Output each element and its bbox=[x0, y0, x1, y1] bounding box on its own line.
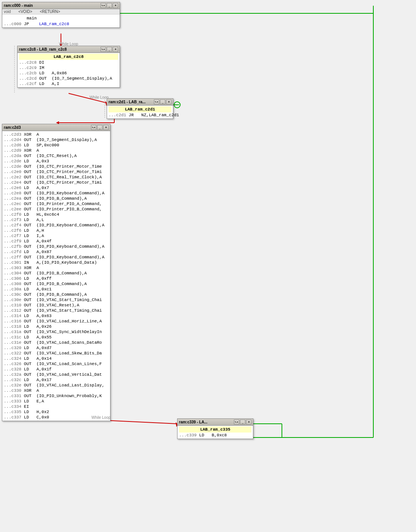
line-c324: ...c324 LD A,0x14 bbox=[4, 356, 109, 361]
line-c318: ...c318 LD A,0x26 bbox=[4, 324, 109, 329]
line-c2d4: ...c2d4 OUT (IO_7_Segment_Display),A bbox=[4, 137, 109, 143]
line-c2cb-ld: ...c2cb LD A,0x86 bbox=[19, 71, 118, 76]
title-c2d1: ram:c2d1 - LAB_ra... bbox=[109, 100, 146, 104]
line-c304: ...c304 OUT (IO_PIO_B_Command),A bbox=[4, 271, 109, 276]
header-return: <RETURN> bbox=[40, 10, 60, 14]
content-c2d1: LAB_ram_c2d1 ...c2d1 JR NZ,LAB_ram_c2d1 bbox=[107, 106, 173, 119]
line-c333: ...c333 LD E,A bbox=[4, 399, 109, 404]
line-c310: ...c310 OUT (IO_VTAC_Reset),A bbox=[4, 303, 109, 308]
min-btn-c2d3[interactable]: _ bbox=[97, 125, 102, 130]
close-btn-c2d1[interactable]: ✕ bbox=[166, 99, 171, 104]
line-c2ee: ...c2ee OUT (IO_Printer_PIO_B_Command, bbox=[4, 207, 109, 212]
title-c2c8: ram:c2c8 - LAB_ram_c2c8 bbox=[19, 47, 67, 51]
line-c306: ...c306 LD A,0xff bbox=[4, 276, 109, 281]
line-c2ea: ...c2ea OUT (IO_PIO_B_Command),A bbox=[4, 196, 109, 201]
line-c2f4: ...c2f4 OUT (IO_PIO_Keyboard_Command),A bbox=[4, 223, 109, 228]
edit-btn-c339[interactable]: ✎▾ bbox=[234, 420, 239, 425]
window-c2d3[interactable]: ram:c2d3 ✎▾ _ ✕ ...c2d3 XOR A ...c2d4 OU… bbox=[2, 124, 110, 421]
line-c32c: ...c32c LD A,0x17 bbox=[4, 377, 109, 383]
controls-main[interactable]: ✎▾ _ ✕ bbox=[101, 3, 118, 8]
line-c2c9-im: ...c2c9 IM bbox=[19, 65, 118, 71]
line-c322: ...c322 OUT (IO_VTAC_Load_Skew_Bits_Da bbox=[4, 351, 109, 356]
line-c30c: ...c30c OUT (IO_PIO_B_Command),A bbox=[4, 292, 109, 297]
line-c2e2: ...c2e2 OUT (IO_CTC_Real_Time_Clock),A bbox=[4, 175, 109, 180]
header-type: <VOID> bbox=[18, 10, 32, 14]
titlebar-c339: ram:c339 - LA... ✎▾ _ ✕ bbox=[178, 419, 253, 426]
line-c320: ...c320 LD A,0xd7 bbox=[4, 345, 109, 351]
line-c331: ...c331 OUT (IO_PIO_Unknown_Probably,K bbox=[4, 393, 109, 399]
code-line-c000: ...c000 JP LAB_ram_c2c8 bbox=[4, 21, 118, 27]
window-c2c8[interactable]: ram:c2c8 - LAB_ram_c2c8 ✎▾ _ ✕ LAB_ram_c… bbox=[17, 46, 120, 88]
titlebar-c2c8: ram:c2c8 - LAB_ram_c2c8 ✎▾ _ ✕ bbox=[18, 46, 120, 53]
titlebar-c2d1: ram:c2d1 - LAB_ra... ✎▾ _ ✕ bbox=[107, 99, 173, 106]
line-c30e: ...c30e OUT (IO_VTAC_Start_Timing_Chai bbox=[4, 297, 109, 303]
window-c2d1[interactable]: ram:c2d1 - LAB_ra... ✎▾ _ ✕ LAB_ram_c2d1… bbox=[107, 98, 173, 119]
line-c339-ld: ...c339 LD B,0xc8 bbox=[179, 433, 251, 438]
close-btn-c2c8[interactable]: ✕ bbox=[113, 47, 118, 52]
line-c2d3: ...c2d3 XOR A bbox=[4, 132, 109, 137]
line-c2f6: ...c2f6 LD A,H bbox=[4, 228, 109, 233]
line-c2f7: ...c2f7 LD I,A bbox=[4, 233, 109, 239]
line-c2fb: ...c2fb OUT (IO_PIO_Keyboard_Command),A bbox=[4, 244, 109, 249]
svg-point-5 bbox=[174, 102, 180, 108]
title-c339: ram:c339 - LA... bbox=[179, 420, 207, 424]
window-main[interactable]: ram:c000 - main ✎▾ _ ✕ void <VOID> <RETU… bbox=[2, 2, 120, 28]
title-main: ram:c000 - main bbox=[4, 3, 33, 8]
line-c2e6: ...c2e6 LD A,0x7 bbox=[4, 185, 109, 191]
line-c303: ...c303 XOR A bbox=[4, 265, 109, 271]
line-c2e8: ...c2e8 OUT (IO_PIO_Keyboard_Command),A bbox=[4, 191, 109, 196]
line-c2de-out: ...c2de OUT (IO_CTC_Printer_Motor_Time bbox=[4, 164, 109, 169]
line-c326: ...c326 OUT (IO_VTAC_Load_Scan_Lines,F bbox=[4, 361, 109, 367]
line-c31a: ...c31a OUT (IO_VTAC_Sync_WidthDelayIn bbox=[4, 329, 109, 335]
line-c2ec: ...c2ec OUT (IO_Printer_PIO_A_Command, bbox=[4, 201, 109, 207]
line-c312: ...c312 OUT (IO_VTAC_Start_Timing_Chai bbox=[4, 308, 109, 313]
controls-c339[interactable]: ✎▾ _ ✕ bbox=[234, 420, 251, 425]
min-btn-c2c8[interactable]: _ bbox=[107, 47, 112, 52]
line-c2cd-out: ...c2cd OUT (IO_7_Segment_Display),A bbox=[19, 76, 118, 81]
line-c31e: ...c31e OUT (IO_VTAC_Load_Scans_DataRo bbox=[4, 340, 109, 345]
line-c2c8-di: ...c2c8 DI bbox=[19, 60, 118, 65]
content-c2d3: ...c2d3 XOR A ...c2d4 OUT (IO_7_Segment_… bbox=[2, 131, 110, 421]
edit-btn-c2c8[interactable]: ✎▾ bbox=[101, 47, 106, 52]
line-c301: ...c301 IN A,(IO_PIO_Keyboard_Data) bbox=[4, 260, 109, 265]
min-btn-c2d1[interactable]: _ bbox=[160, 99, 165, 104]
controls-c2c8[interactable]: ✎▾ _ ✕ bbox=[101, 47, 118, 52]
header-row-main: void <VOID> <RETURN> bbox=[2, 9, 120, 14]
min-btn-main[interactable]: _ bbox=[107, 3, 112, 8]
line-c2fd: ...c2fd LD A,0x87 bbox=[4, 249, 109, 255]
titlebar-c2d3: ram:c2d3 ✎▾ _ ✕ bbox=[2, 124, 110, 131]
window-c339[interactable]: ram:c339 - LA... ✎▾ _ ✕ LAB_ram_c335 ...… bbox=[177, 418, 253, 439]
edit-btn-main[interactable]: ✎▾ bbox=[101, 3, 106, 8]
controls-c2d3[interactable]: ✎▾ _ ✕ bbox=[91, 125, 109, 130]
line-c2d9: ...c2d9 XOR A bbox=[4, 148, 109, 153]
line-c2f0: ...c2f0 LD HL,0xc6c4 bbox=[4, 212, 109, 217]
line-c334: ...c334 EI bbox=[4, 404, 109, 409]
line-c32a: ...c32a OUT (IO_VTAC_Load_Vertical_Dat bbox=[4, 372, 109, 377]
line-c316: ...c316 OUT (IO_VTAC_Load_Horiz_Line,A bbox=[4, 319, 109, 324]
close-btn-c2d3[interactable]: ✕ bbox=[103, 125, 109, 130]
line-c2cf-ld: ...c2cf LD A,I bbox=[19, 81, 118, 87]
line-c308: ...c308 OUT (IO_PIO_B_Command),A bbox=[4, 281, 109, 287]
content-c339: LAB_ram_c335 ...c339 LD B,0xc8 bbox=[178, 426, 253, 439]
loop-label-2: While Loop bbox=[90, 95, 109, 99]
line-c2e4: ...c2e4 OUT (IO_CTC_Printer_Motor_Timi bbox=[4, 180, 109, 185]
c2d1-label: LAB_ram_c2d1 bbox=[109, 106, 171, 112]
min-btn-c339[interactable]: _ bbox=[240, 420, 245, 425]
line-c314: ...c314 LD A,0x63 bbox=[4, 313, 109, 319]
line-c2de-ld: ...c2de LD A,0x3 bbox=[4, 159, 109, 164]
controls-c2d1[interactable]: ✎▾ _ ✕ bbox=[154, 99, 171, 104]
c339-label: LAB_ram_c335 bbox=[179, 426, 251, 433]
close-btn-c339[interactable]: ✕ bbox=[246, 420, 251, 425]
close-btn-main[interactable]: ✕ bbox=[113, 3, 118, 8]
content-c2c8: LAB_ram_c2c8 ...c2c8 DI ...c2c9 IM ...c2… bbox=[18, 53, 120, 87]
main-label: main bbox=[4, 15, 118, 21]
line-c328: ...c328 LD A,0x1f bbox=[4, 367, 109, 372]
line-c2da: ...c2da OUT (IO_CTC_Reset),A bbox=[4, 153, 109, 159]
line-c2d6: ...c2d6 LD SP,0xc000 bbox=[4, 143, 109, 148]
titlebar-main: ram:c000 - main ✎▾ _ ✕ bbox=[2, 2, 120, 9]
edit-btn-c2d3[interactable]: ✎▾ bbox=[91, 125, 96, 130]
c2c8-label: LAB_ram_c2c8 bbox=[19, 54, 118, 60]
loop-label-3: While Loop bbox=[91, 415, 110, 420]
edit-btn-c2d1[interactable]: ✎▾ bbox=[154, 99, 159, 104]
line-c2f3: ...c2f3 LD A,L bbox=[4, 217, 109, 223]
